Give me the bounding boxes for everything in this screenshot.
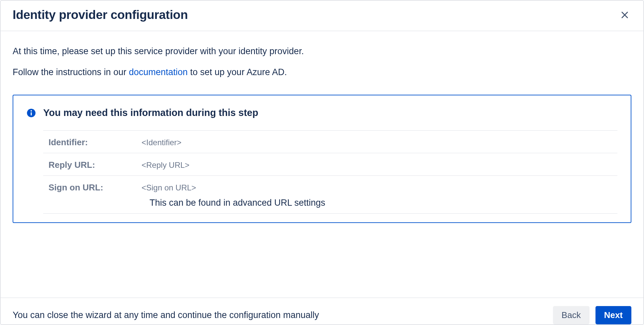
identifier-label: Identifier: (49, 136, 142, 148)
svg-rect-1 (31, 112, 32, 115)
table-row: Identifier: <Identifier> (43, 131, 617, 153)
reply-url-value: <Reply URL> (142, 159, 189, 170)
dialog-header: Identity provider configuration (1, 1, 643, 31)
back-button[interactable]: Back (553, 306, 590, 324)
footer-buttons: Back Next (553, 306, 631, 324)
reply-url-label: Reply URL: (49, 159, 142, 170)
intro-text-2-prefix: Follow the instructions in our (13, 67, 129, 77)
dialog-body: At this time, please set up this service… (1, 31, 643, 297)
intro-text-2-suffix: to set up your Azure AD. (188, 67, 287, 77)
table-row: Sign on URL: <Sign on URL> This can be f… (43, 176, 617, 214)
sign-on-url-value-wrap: <Sign on URL> This can be found in advan… (142, 181, 325, 208)
dialog-title: Identity provider configuration (13, 8, 188, 22)
info-panel-header: You may need this information during thi… (27, 107, 617, 118)
close-icon (620, 10, 629, 20)
next-button[interactable]: Next (595, 306, 631, 324)
info-table: Identifier: <Identifier> Reply URL: <Rep… (43, 130, 617, 214)
intro-text-2: Follow the instructions in our documenta… (13, 65, 631, 79)
documentation-link[interactable]: documentation (129, 67, 188, 77)
info-icon (27, 108, 36, 118)
sign-on-url-label: Sign on URL: (49, 181, 142, 193)
footer-hint: You can close the wizard at any time and… (13, 310, 319, 320)
identity-provider-dialog: Identity provider configuration At this … (0, 0, 644, 325)
close-button[interactable] (618, 8, 631, 22)
svg-point-2 (31, 110, 32, 111)
info-panel-title: You may need this information during thi… (43, 107, 258, 118)
identifier-value: <Identifier> (142, 136, 181, 147)
sign-on-url-note: This can be found in advanced URL settin… (150, 198, 325, 208)
info-panel: You may need this information during thi… (13, 95, 631, 223)
sign-on-url-value: <Sign on URL> (142, 181, 325, 192)
intro-text-1: At this time, please set up this service… (13, 45, 631, 58)
dialog-footer: You can close the wizard at any time and… (1, 297, 643, 324)
table-row: Reply URL: <Reply URL> (43, 153, 617, 176)
